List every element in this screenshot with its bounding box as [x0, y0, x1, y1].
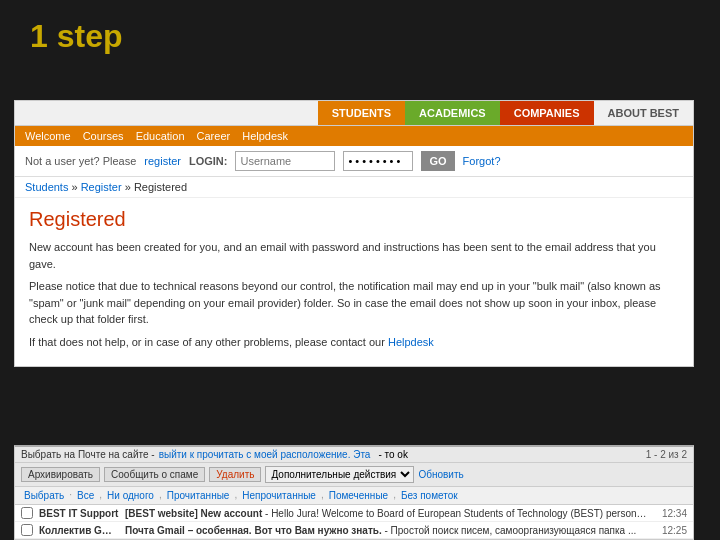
info-para3: If that does not help, or in case of any…	[29, 334, 679, 351]
email-top-suffix: - то ok	[378, 449, 407, 460]
filter-marked[interactable]: Помеченные	[326, 489, 391, 502]
tab-students[interactable]: STUDENTS	[318, 101, 405, 125]
not-user-text: Not a user yet? Please	[25, 155, 136, 167]
login-label: LOGIN:	[189, 155, 228, 167]
email-top-row: Выбрать на Почте на сайте - выйти к проч…	[15, 447, 693, 463]
spam-button[interactable]: Сообщить о спаме	[104, 467, 205, 482]
breadcrumb-sep2: »	[125, 181, 134, 193]
tab-about[interactable]: ABOUT BEST	[594, 101, 694, 125]
email-subject-2: Почта Gmail – особенная. Вот что Вам нуж…	[125, 525, 651, 536]
email-checkbox-1[interactable]	[21, 507, 33, 519]
filter-read[interactable]: Прочитанные	[164, 489, 233, 502]
actions-select[interactable]: Дополнительные действия	[265, 466, 414, 483]
email-top-link[interactable]: выйти к прочитать с моей расположение. Э…	[159, 449, 371, 460]
breadcrumb-current: Registered	[134, 181, 187, 193]
content-area: Registered New account has been created …	[15, 198, 693, 366]
helpdesk-link[interactable]: Helpdesk	[388, 336, 434, 348]
email-row-1[interactable]: BEST IT Support [BEST website] New accou…	[15, 505, 693, 522]
breadcrumb: Students » Register » Registered	[15, 177, 693, 198]
info-para2: Please notice that due to technical reas…	[29, 278, 679, 328]
subnav-helpdesk[interactable]: Helpdesk	[242, 130, 288, 142]
email-checkbox-2[interactable]	[21, 524, 33, 536]
filter-select[interactable]: Выбрать	[21, 489, 67, 502]
subnav-career[interactable]: Career	[197, 130, 231, 142]
sub-nav: Welcome Courses Education Career Helpdes…	[15, 126, 693, 146]
nav-tabs: STUDENTS ACADEMICS COMPANIES ABOUT BEST	[15, 101, 693, 126]
tab-companies[interactable]: COMPANIES	[500, 101, 594, 125]
email-subject-1: [BEST website] New account - Hello Jura!…	[125, 508, 651, 519]
delete-button[interactable]: Удалить	[209, 467, 261, 482]
email-toolbar: Архивировать Сообщить о спаме Удалить До…	[15, 463, 693, 487]
email-time-1: 12:34	[657, 508, 687, 519]
filter-unread[interactable]: Непрочитанные	[239, 489, 319, 502]
email-panel: Выбрать на Почте на сайте - выйти к проч…	[14, 445, 694, 540]
info-para1: New account has been created for you, an…	[29, 239, 679, 272]
breadcrumb-register[interactable]: Register	[81, 181, 122, 193]
page-heading: Registered	[29, 208, 679, 231]
password-input[interactable]	[343, 151, 413, 171]
breadcrumb-students[interactable]: Students	[25, 181, 68, 193]
subnav-welcome[interactable]: Welcome	[25, 130, 71, 142]
email-top-text: Выбрать на Почте на сайте -	[21, 449, 155, 460]
filter-none[interactable]: Ни одного	[104, 489, 157, 502]
forgot-link[interactable]: Forgot?	[463, 155, 501, 167]
email-sender-2: Коллектив Gmail	[39, 525, 119, 536]
username-input[interactable]	[235, 151, 335, 171]
email-row-2[interactable]: Коллектив Gmail Почта Gmail – особенная.…	[15, 522, 693, 539]
filter-all[interactable]: Все	[74, 489, 97, 502]
slide-title: 1 step	[30, 18, 122, 55]
register-link[interactable]: register	[144, 155, 181, 167]
archive-button[interactable]: Архивировать	[21, 467, 100, 482]
email-filter: Выбрать · Все , Ни одного , Прочитанные …	[15, 487, 693, 505]
website-container: STUDENTS ACADEMICS COMPANIES ABOUT BEST …	[14, 100, 694, 367]
email-list: BEST IT Support [BEST website] New accou…	[15, 505, 693, 539]
breadcrumb-sep1: »	[71, 181, 80, 193]
subnav-courses[interactable]: Courses	[83, 130, 124, 142]
refresh-button[interactable]: Обновить	[418, 469, 463, 480]
tab-academics[interactable]: ACADEMICS	[405, 101, 500, 125]
email-time-2: 12:25	[657, 525, 687, 536]
email-sender-1: BEST IT Support	[39, 508, 119, 519]
login-bar: Not a user yet? Please register LOGIN: G…	[15, 146, 693, 177]
subnav-education[interactable]: Education	[136, 130, 185, 142]
email-count: 1 - 2 из 2	[646, 449, 687, 460]
go-button[interactable]: GO	[421, 151, 454, 171]
filter-unmarked[interactable]: Без пометок	[398, 489, 461, 502]
